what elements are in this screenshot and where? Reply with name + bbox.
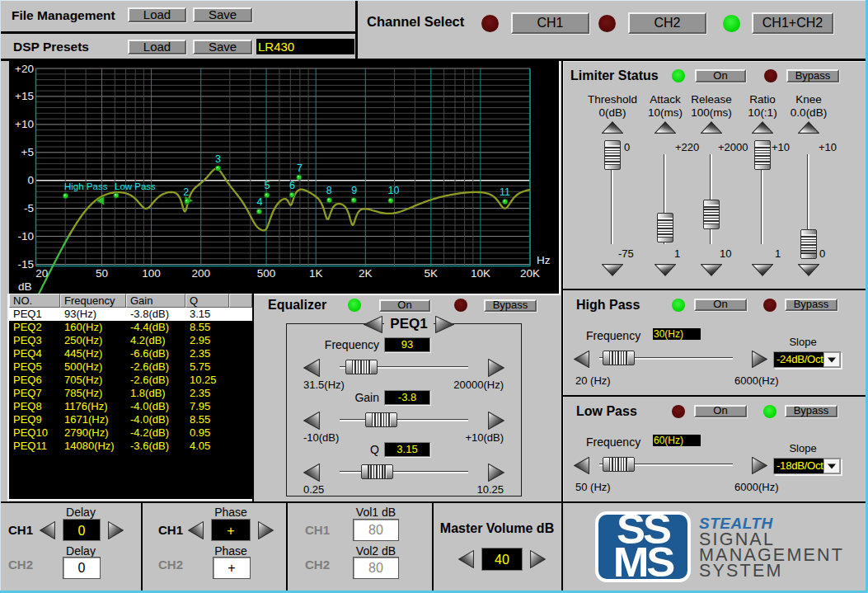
svg-text:2: 2 <box>183 186 189 198</box>
svg-text:2K: 2K <box>359 267 373 280</box>
svg-text:5: 5 <box>264 180 270 191</box>
svg-text:11: 11 <box>500 186 510 198</box>
svg-text:+20: +20 <box>15 63 34 75</box>
svg-text:7: 7 <box>297 162 303 174</box>
svg-text:20K: 20K <box>520 267 540 280</box>
svg-text:100: 100 <box>142 267 161 280</box>
svg-text:10K: 10K <box>471 267 490 280</box>
svg-text:3: 3 <box>215 153 221 165</box>
svg-text:-5: -5 <box>24 202 34 214</box>
svg-text:Hz: Hz <box>537 254 551 266</box>
svg-text:20: 20 <box>35 267 48 280</box>
svg-text:10: 10 <box>388 185 400 196</box>
svg-text:+10: +10 <box>15 118 34 130</box>
svg-text:1K: 1K <box>309 267 323 280</box>
svg-text:6: 6 <box>289 180 295 191</box>
svg-text:9: 9 <box>351 185 357 196</box>
svg-text:200: 200 <box>191 267 210 280</box>
svg-text:High Pass: High Pass <box>64 181 108 191</box>
svg-text:8: 8 <box>326 185 332 196</box>
svg-text:0: 0 <box>27 174 34 186</box>
svg-text:+5: +5 <box>21 146 34 158</box>
svg-text:-15: -15 <box>17 258 34 271</box>
svg-text:Low Pass: Low Pass <box>115 181 156 191</box>
svg-text:500: 500 <box>257 267 276 280</box>
svg-text:-10: -10 <box>17 230 34 242</box>
svg-text:50: 50 <box>96 267 108 280</box>
svg-text:5K: 5K <box>425 267 439 280</box>
svg-text:dB: dB <box>18 280 32 293</box>
svg-text:4: 4 <box>256 196 262 208</box>
svg-text:+15: +15 <box>15 90 34 102</box>
